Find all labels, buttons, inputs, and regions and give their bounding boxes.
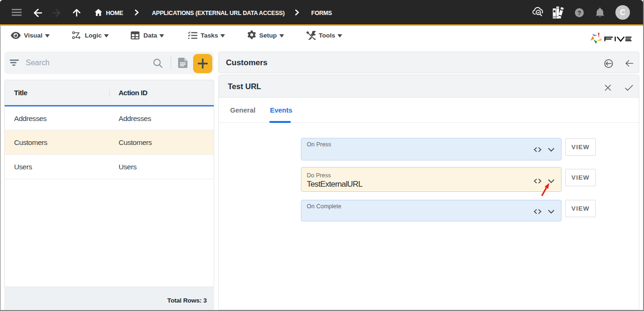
- svg-text:?: ?: [577, 9, 581, 16]
